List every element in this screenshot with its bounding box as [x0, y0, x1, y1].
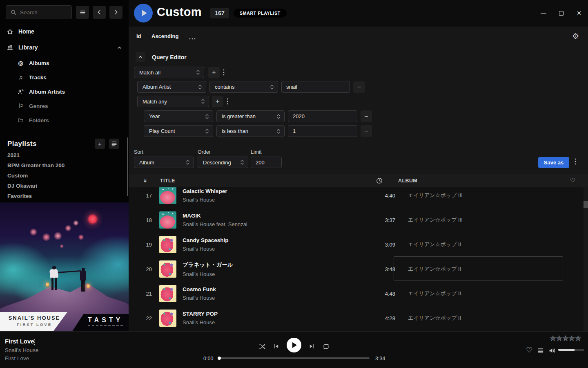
- favorite-button[interactable]: ♡: [526, 346, 532, 354]
- chevron-right-icon: [113, 9, 119, 16]
- add-rule-button[interactable]: +: [208, 67, 220, 78]
- column-header-favorite-heart-icon[interactable]: ♡: [570, 177, 575, 183]
- remove-rule-button[interactable]: −: [353, 81, 365, 93]
- artwork-label-name: TASTY: [88, 316, 129, 324]
- play-playlist-button[interactable]: [134, 4, 153, 22]
- column-header-index[interactable]: #: [144, 178, 147, 184]
- rule-value-input[interactable]: [288, 125, 357, 137]
- sidebar-item-library[interactable]: Library: [0, 42, 129, 53]
- query-editor-collapse-button[interactable]: [136, 52, 145, 62]
- add-playlist-button[interactable]: +: [95, 139, 105, 149]
- rule-value-input[interactable]: [288, 110, 357, 122]
- track-row[interactable]: 21 Cosmo Funk Snail’s House 4:48 エイリアン☆ポ…: [129, 281, 584, 306]
- table-scrollbar[interactable]: [584, 187, 588, 331]
- rating-stars[interactable]: ★ ★ ★ ★ ★: [550, 335, 581, 342]
- track-row[interactable]: 17 Galactic Whisper Snail’s House 4:40 エ…: [129, 187, 584, 208]
- window-maximize-button[interactable]: [552, 4, 570, 22]
- play-pause-button[interactable]: [287, 338, 301, 352]
- playlist-item[interactable]: BPM Greater than 200: [7, 162, 118, 171]
- limit-input[interactable]: [251, 157, 282, 168]
- rule-operator-select[interactable]: is less than: [216, 125, 285, 137]
- rule-operator-select[interactable]: is greater than: [216, 110, 285, 122]
- star-icon[interactable]: ★: [569, 335, 575, 342]
- match-type-select[interactable]: Match any: [137, 96, 209, 107]
- volume-slider[interactable]: [558, 349, 584, 351]
- playlist-item[interactable]: Custom: [7, 173, 118, 181]
- settings-button[interactable]: ⚙: [572, 32, 579, 40]
- star-icon[interactable]: ★: [575, 335, 581, 342]
- playlist-header-band: Custom 167 SMART PLAYLIST ×: [129, 0, 588, 27]
- nav-forward-button[interactable]: [109, 6, 122, 19]
- star-icon[interactable]: ★: [550, 335, 556, 342]
- rule-operator-select[interactable]: contains: [209, 81, 278, 93]
- plus-icon: +: [216, 97, 220, 105]
- sort-direction-button[interactable]: Ascending: [151, 33, 178, 39]
- next-track-button[interactable]: [307, 342, 316, 351]
- now-playing-menu-button[interactable]: [33, 339, 35, 347]
- star-icon[interactable]: ★: [556, 335, 562, 342]
- sidebar-item-genres[interactable]: ⚐ Genres: [0, 101, 129, 111]
- shuffle-button[interactable]: [257, 341, 267, 351]
- column-header-title[interactable]: TITLE: [160, 178, 175, 184]
- now-playing-artwork[interactable]: SNAIL'S HOUSE FIRST LOVE TASTY: [0, 202, 129, 331]
- sort-select[interactable]: Album: [134, 157, 194, 168]
- track-row[interactable]: 22 STARRY POP Snail’s House 4:28 エイリアン☆ポ…: [129, 306, 584, 330]
- add-rule-button[interactable]: +: [212, 96, 223, 107]
- nav-back-button[interactable]: [93, 6, 106, 19]
- track-row[interactable]: 19 Candy Spaceship Snail’s House 3:09 エイ…: [129, 232, 584, 257]
- repeat-button[interactable]: [321, 341, 331, 351]
- seek-bar[interactable]: [218, 357, 370, 359]
- sidebar-item-home[interactable]: Home: [0, 26, 129, 37]
- window-close-button[interactable]: ×: [570, 4, 588, 22]
- total-time: 3:34: [375, 356, 385, 361]
- kebab-icon: [33, 339, 35, 346]
- select-updown-icon: [276, 113, 281, 120]
- track-row[interactable]: 20 プラネット・ガール Snail’s House 3:48 エイリアン☆ポッ…: [129, 257, 584, 281]
- group-menu-button[interactable]: [223, 69, 225, 77]
- queue-button[interactable]: [537, 347, 545, 355]
- minus-icon: −: [364, 113, 368, 120]
- previous-track-button[interactable]: [272, 342, 281, 351]
- column-header-album[interactable]: ALBUM: [398, 178, 417, 184]
- sidebar-item-albums[interactable]: ◎ Albums: [0, 58, 129, 68]
- chevron-up-icon[interactable]: [117, 45, 122, 50]
- sidebar-item-label: Albums: [29, 60, 49, 66]
- track-row[interactable]: 18 MAGIK Snail’s House feat. Sennzai 3:3…: [129, 208, 584, 232]
- rule-field-select[interactable]: Album Artist: [137, 81, 206, 93]
- playlist-item[interactable]: Favorites: [7, 193, 118, 201]
- more-options-button[interactable]: [189, 35, 196, 41]
- track-album: エイリアン☆ポップ III: [408, 192, 584, 199]
- search-input[interactable]: [20, 9, 67, 16]
- search-box[interactable]: [6, 5, 72, 19]
- playlist-item[interactable]: DJ Okawari: [7, 183, 118, 191]
- save-menu-button[interactable]: [575, 158, 576, 166]
- volume-button[interactable]: [548, 346, 557, 355]
- playlist-item[interactable]: 2021: [7, 152, 118, 160]
- now-playing-album: First Love: [5, 355, 29, 361]
- track-album: エイリアン☆ポップ II: [408, 241, 584, 248]
- playlist-list-button[interactable]: [109, 139, 119, 149]
- minimize-icon: [541, 13, 546, 13]
- table-scrollbar-thumb[interactable]: [584, 201, 588, 208]
- sidebar-item-tracks[interactable]: ♫ Tracks: [0, 72, 129, 83]
- star-icon[interactable]: ★: [563, 335, 568, 342]
- sort-field-button[interactable]: Id: [136, 33, 141, 39]
- heart-icon: ♡: [526, 346, 532, 354]
- sidebar-scrollbar[interactable]: [127, 137, 128, 196]
- remove-rule-button[interactable]: −: [361, 125, 372, 137]
- order-select[interactable]: Descending: [198, 157, 248, 168]
- rule-field-select[interactable]: Play Count: [144, 125, 213, 137]
- save-as-button[interactable]: Save as: [538, 157, 569, 168]
- column-header-duration-clock-icon[interactable]: [376, 177, 383, 184]
- menu-button[interactable]: [76, 6, 89, 19]
- group-menu-button[interactable]: [227, 98, 228, 106]
- sidebar-item-album-artists[interactable]: Album Artists: [0, 86, 129, 97]
- shuffle-icon: [258, 343, 266, 350]
- match-type-select[interactable]: Match all: [134, 67, 204, 78]
- window-minimize-button[interactable]: [535, 4, 552, 22]
- seek-thumb[interactable]: [218, 357, 221, 360]
- sidebar-item-folders[interactable]: Folders: [0, 115, 129, 126]
- rule-value-input[interactable]: [281, 81, 350, 93]
- rule-field-select[interactable]: Year: [144, 110, 213, 122]
- remove-rule-button[interactable]: −: [361, 110, 372, 122]
